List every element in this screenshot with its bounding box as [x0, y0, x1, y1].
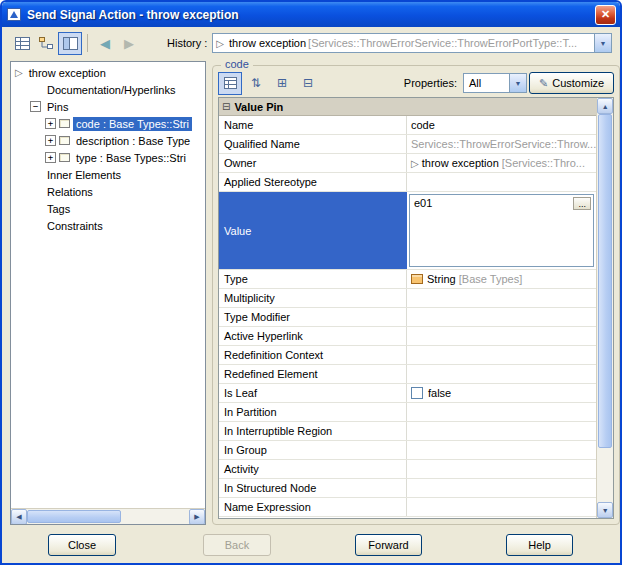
- vertical-scrollbar[interactable]: ▲ ▼: [596, 98, 613, 518]
- property-grid: ⊟ Value Pin NamecodeQualified NameServic…: [218, 97, 614, 519]
- property-name: In Interruptible Region: [219, 422, 407, 440]
- toolbar-separator: [87, 34, 88, 52]
- property-name: Applied Stereotype: [219, 173, 407, 191]
- tree-item-throw-exception[interactable]: ▷throw exception: [11, 64, 205, 81]
- scrollbar-track[interactable]: [597, 114, 613, 502]
- collapse-toggle-icon[interactable]: −: [30, 101, 41, 112]
- property-row-name-expression[interactable]: Name Expression: [219, 498, 596, 517]
- property-row-type-modifier[interactable]: Type Modifier: [219, 308, 596, 327]
- section-header-value-pin[interactable]: ⊟ Value Pin: [219, 98, 596, 116]
- property-row-name[interactable]: Namecode: [219, 116, 596, 135]
- property-value: [407, 346, 596, 364]
- back-history-button[interactable]: ◀: [93, 32, 117, 55]
- property-row-type[interactable]: TypeString [Base Types]: [219, 270, 596, 289]
- help-button[interactable]: Help: [506, 534, 573, 556]
- scrollbar-track[interactable]: [27, 509, 189, 524]
- dropdown-arrow-icon[interactable]: ▼: [594, 34, 611, 52]
- tree-item-description-base-type[interactable]: +description : Base Type: [11, 132, 205, 149]
- scroll-up-button[interactable]: ▲: [597, 98, 613, 114]
- scroll-left-button[interactable]: ◀: [11, 509, 27, 525]
- forward-history-button[interactable]: ▶: [117, 32, 141, 55]
- collapse-all-button[interactable]: ⊟: [296, 72, 320, 95]
- properties-filter-value: All: [469, 77, 481, 89]
- tree-item-inner-elements[interactable]: Inner Elements: [11, 166, 205, 183]
- value-editor[interactable]: e01...: [409, 194, 594, 267]
- pin-icon: [59, 153, 70, 162]
- customize-button[interactable]: ✎ Customize: [529, 72, 614, 94]
- property-row-redefinition-context[interactable]: Redefinition Context: [219, 346, 596, 365]
- ellipsis-button[interactable]: ...: [573, 197, 591, 210]
- forward-icon: ▶: [124, 36, 134, 51]
- tree-view-icon: [39, 37, 54, 50]
- scrollbar-thumb[interactable]: [27, 510, 121, 523]
- scroll-down-button[interactable]: ▼: [597, 502, 613, 518]
- dropdown-arrow-icon[interactable]: ▼: [509, 74, 526, 92]
- property-row-qualified-name[interactable]: Qualified NameServices::ThrowErrorServic…: [219, 135, 596, 154]
- expand-toggle-icon[interactable]: +: [45, 135, 56, 146]
- categorized-view-button[interactable]: [218, 72, 242, 95]
- tree-item-constraints[interactable]: Constraints: [11, 217, 205, 234]
- history-dropdown[interactable]: ▷ throw exception [Services::ThrowErrorS…: [212, 33, 612, 53]
- expand-toggle-icon[interactable]: +: [45, 118, 56, 129]
- property-value[interactable]: e01...: [407, 192, 596, 269]
- property-row-active-hyperlink[interactable]: Active Hyperlink: [219, 327, 596, 346]
- property-name: Redefinition Context: [219, 346, 407, 364]
- tree-item-label: Pins: [44, 100, 71, 114]
- is-leaf-checkbox[interactable]: [411, 387, 423, 399]
- property-row-owner[interactable]: Owner▷throw exception [Services::Thro...: [219, 154, 596, 173]
- property-row-value[interactable]: Valuee01...: [219, 192, 596, 270]
- tree-view-button[interactable]: [34, 32, 58, 55]
- properties-filter-dropdown[interactable]: All ▼: [463, 73, 527, 93]
- panel-view-icon: [63, 37, 78, 50]
- property-row-multiplicity[interactable]: Multiplicity: [219, 289, 596, 308]
- action-icon: ▷: [411, 158, 419, 169]
- property-row-in-interruptible-region[interactable]: In Interruptible Region: [219, 422, 596, 441]
- value-detail: [Services::Thro...: [502, 157, 585, 169]
- panel-view-button[interactable]: [58, 32, 82, 55]
- property-name: Name: [219, 116, 407, 134]
- property-value[interactable]: false: [407, 384, 596, 402]
- close-dialog-button[interactable]: Close: [48, 534, 116, 556]
- property-value[interactable]: ▷throw exception [Services::Thro...: [407, 154, 596, 172]
- property-value: [407, 365, 596, 383]
- horizontal-scrollbar[interactable]: ◀ ▶: [11, 508, 205, 524]
- property-row-applied-stereotype[interactable]: Applied Stereotype: [219, 173, 596, 192]
- tree-item-type-base-types-stri[interactable]: +type : Base Types::Stri: [11, 149, 205, 166]
- tree-item-documentation-hyperlinks[interactable]: Documentation/Hyperlinks: [11, 81, 205, 98]
- property-value: [407, 441, 596, 459]
- property-row-in-structured-node[interactable]: In Structured Node: [219, 479, 596, 498]
- scrollbar-thumb[interactable]: [598, 114, 612, 448]
- property-value: [407, 327, 596, 345]
- expand-all-icon: ⊞: [277, 77, 287, 89]
- property-name: In Group: [219, 441, 407, 459]
- property-name: In Structured Node: [219, 479, 407, 497]
- property-name: In Partition: [219, 403, 407, 421]
- property-value[interactable]: String [Base Types]: [407, 270, 596, 288]
- expand-all-button[interactable]: ⊞: [270, 72, 294, 95]
- sort-alphabetically-button[interactable]: ⇅: [244, 72, 268, 95]
- value-text: String: [427, 273, 459, 285]
- expand-toggle-icon[interactable]: +: [45, 152, 56, 163]
- property-row-is-leaf[interactable]: Is Leaffalse: [219, 384, 596, 403]
- table-view-button[interactable]: [10, 32, 34, 55]
- close-button[interactable]: ✕: [595, 5, 616, 25]
- property-row-activity[interactable]: Activity: [219, 460, 596, 479]
- tree-item-relations[interactable]: Relations: [11, 183, 205, 200]
- property-value[interactable]: code: [407, 116, 596, 134]
- scroll-right-button[interactable]: ▶: [189, 509, 205, 525]
- property-row-in-partition[interactable]: In Partition: [219, 403, 596, 422]
- action-icon: ▷: [216, 38, 224, 49]
- section-header-label: Value Pin: [234, 101, 283, 113]
- property-value[interactable]: Services::ThrowErrorService::Throw...: [407, 135, 596, 153]
- tree-item-code-base-types-stri[interactable]: +code : Base Types::Stri: [11, 115, 205, 132]
- property-row-redefined-element[interactable]: Redefined Element: [219, 365, 596, 384]
- tree-item-pins[interactable]: −Pins: [11, 98, 205, 115]
- tree-item-tags[interactable]: Tags: [11, 200, 205, 217]
- property-value: [407, 498, 596, 516]
- tree-item-label: Documentation/Hyperlinks: [44, 83, 178, 97]
- section-collapse-icon[interactable]: ⊟: [222, 101, 230, 112]
- properties-toolbar: ⇅ ⊞ ⊟ Properties: All ▼ ✎ Customize: [218, 70, 614, 96]
- property-row-in-group[interactable]: In Group: [219, 441, 596, 460]
- property-name: Owner: [219, 154, 407, 172]
- forward-button[interactable]: Forward: [355, 534, 422, 556]
